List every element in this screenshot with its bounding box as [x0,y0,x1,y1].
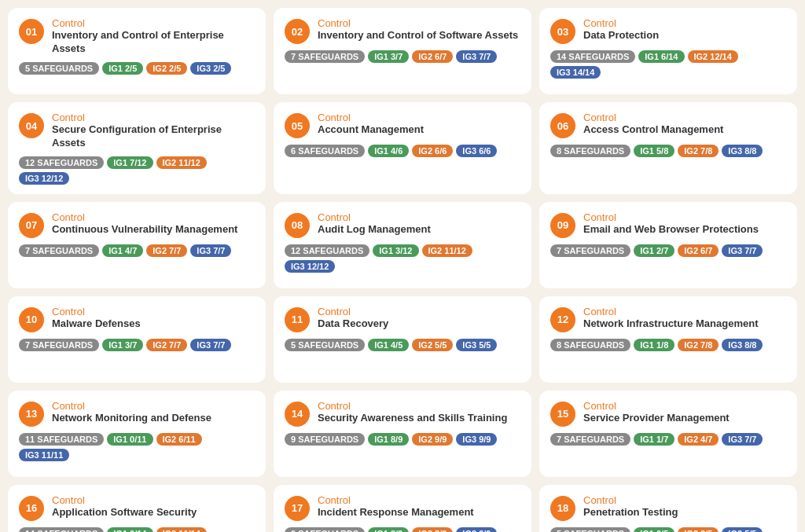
card-control-10[interactable]: 10 Control Malware Defenses 7 SAFEGUARDS… [8,296,266,383]
control-number-badge: 14 [285,402,310,427]
safeguards-tag: 12 SAFEGUARDS [19,156,104,169]
card-header: 13 Control Network Monitoring and Defens… [19,400,255,427]
control-label: Control [52,494,255,506]
card-tags: 7 SAFEGUARDS IG1 1/7 IG2 4/7 IG3 7/7 [550,433,786,446]
card-title-area: Control Network Monitoring and Defense [52,400,255,425]
ig2-tag: IG2 4/7 [678,433,719,446]
safeguards-tag: 9 SAFEGUARDS [285,433,365,446]
control-label: Control [318,306,520,317]
card-title-area: Control Data Recovery [318,306,520,331]
control-title: Account Management [318,123,520,137]
ig1-tag: IG1 6/14 [638,50,684,63]
control-label: Control [318,211,520,223]
ig2-tag: IG2 3/5 [678,527,719,532]
card-title-area: Control Service Provider Management [583,400,786,425]
control-title: Service Provider Management [583,412,786,425]
card-control-11[interactable]: 11 Control Data Recovery 5 SAFEGUARDS IG… [274,296,531,383]
control-label: Control [318,494,520,506]
control-number-badge: 18 [550,496,575,521]
card-tags: 14 SAFEGUARDS IG1 6/14 IG2 12/14 IG3 14/… [550,50,786,79]
control-number-badge: 04 [19,113,44,138]
safeguards-tag: 14 SAFEGUARDS [550,50,635,63]
card-tags: 5 SAFEGUARDS IG1 4/5 IG2 5/5 IG3 5/5 [285,339,520,351]
card-control-18[interactable]: 18 Control Penetration Testing 5 SAFEGUA… [539,485,797,532]
ig2-tag: IG2 5/5 [412,339,453,351]
card-control-01[interactable]: 01 Control Inventory and Control of Ente… [8,8,266,94]
control-title: Security Awareness and Skills Training [318,412,520,425]
card-title-area: Control Malware Defenses [52,306,255,331]
control-number-badge: 10 [19,307,44,332]
control-title: Network Infrastructure Management [583,317,786,331]
card-control-05[interactable]: 05 Control Account Management 6 SAFEGUAR… [274,102,531,194]
control-label: Control [583,17,786,29]
card-header: 12 Control Network Infrastructure Manage… [550,306,786,332]
card-control-16[interactable]: 16 Control Application Software Security… [8,485,266,532]
control-title: Access Control Management [583,123,786,137]
control-number-badge: 09 [550,213,575,238]
ig2-tag: IG2 7/7 [146,339,187,351]
ig1-tag: IG1 0/14 [107,527,153,532]
safeguards-tag: 5 SAFEGUARDS [285,339,365,351]
ig3-tag: IG3 7/7 [722,433,763,446]
card-control-13[interactable]: 13 Control Network Monitoring and Defens… [8,391,266,477]
card-tags: 5 SAFEGUARDS IG1 2/5 IG2 2/5 IG3 2/5 [19,62,255,75]
ig2-tag: IG2 7/8 [678,339,719,351]
control-number-badge: 02 [285,19,310,44]
safeguards-tag: 7 SAFEGUARDS [550,433,630,446]
card-control-04[interactable]: 04 Control Secure Configuration of Enter… [8,102,266,194]
card-tags: 7 SAFEGUARDS IG1 4/7 IG2 7/7 IG3 7/7 [19,244,255,257]
ig1-tag: IG1 5/8 [634,145,675,157]
card-control-03[interactable]: 03 Control Data Protection 14 SAFEGUARDS… [539,8,797,94]
card-header: 08 Control Audit Log Management [285,211,520,238]
control-label: Control [318,17,520,29]
control-title: Data Recovery [318,317,520,331]
ig3-tag: IG3 7/7 [190,244,231,257]
control-label: Control [52,211,255,223]
safeguards-tag: 7 SAFEGUARDS [550,244,630,257]
safeguards-tag: 12 SAFEGUARDS [285,244,369,257]
card-title-area: Control Incident Response Management [318,494,520,519]
ig3-tag: IG3 12/12 [285,260,335,273]
card-control-14[interactable]: 14 Control Security Awareness and Skills… [274,391,531,477]
control-number-badge: 06 [550,113,575,138]
card-control-17[interactable]: 17 Control Incident Response Management … [274,485,531,532]
card-control-06[interactable]: 06 Control Access Control Management 8 S… [539,102,797,194]
ig2-tag: IG2 2/5 [146,62,187,75]
card-control-09[interactable]: 09 Control Email and Web Browser Protect… [539,202,797,288]
control-number-badge: 07 [19,213,44,238]
control-number-badge: 13 [19,402,44,427]
card-control-07[interactable]: 07 Control Continuous Vulnerability Mana… [8,202,266,288]
card-header: 09 Control Email and Web Browser Protect… [550,211,786,238]
ig1-tag: IG1 4/7 [102,244,143,257]
safeguards-tag: 7 SAFEGUARDS [285,50,365,63]
card-title-area: Control Application Software Security [52,494,255,519]
card-tags: 7 SAFEGUARDS IG1 2/7 IG2 6/7 IG3 7/7 [550,244,786,257]
card-control-12[interactable]: 12 Control Network Infrastructure Manage… [539,296,797,383]
control-number-badge: 15 [550,402,575,427]
ig3-tag: IG3 12/12 [19,172,69,185]
control-label: Control [583,494,786,506]
card-header: 01 Control Inventory and Control of Ente… [19,17,255,56]
card-header: 07 Control Continuous Vulnerability Mana… [19,211,255,238]
control-label: Control [52,112,255,123]
safeguards-tag: 7 SAFEGUARDS [19,339,99,351]
ig1-tag: IG1 8/9 [368,433,409,446]
card-tags: 12 SAFEGUARDS IG1 3/12 IG2 11/12 IG3 12/… [285,244,520,273]
card-control-08[interactable]: 08 Control Audit Log Management 12 SAFEG… [274,202,531,288]
card-control-15[interactable]: 15 Control Service Provider Management 7… [539,391,797,477]
ig1-tag: IG1 4/6 [368,145,409,157]
ig1-tag: IG1 7/12 [107,156,153,169]
ig3-tag: IG3 5/5 [456,339,497,351]
safeguards-tag: 11 SAFEGUARDS [19,433,104,446]
card-title-area: Control Access Control Management [583,112,786,137]
safeguards-tag: 9 SAFEGUARDS [285,527,365,532]
card-header: 03 Control Data Protection [550,17,786,44]
control-label: Control [583,211,786,223]
ig3-tag: IG3 9/9 [456,433,497,446]
control-label: Control [583,112,786,123]
card-control-02[interactable]: 02 Control Inventory and Control of Soft… [274,8,531,94]
card-title-area: Control Security Awareness and Skills Tr… [318,400,520,425]
card-title-area: Control Account Management [318,112,520,137]
card-header: 06 Control Access Control Management [550,112,786,138]
card-header: 18 Control Penetration Testing [550,494,786,521]
